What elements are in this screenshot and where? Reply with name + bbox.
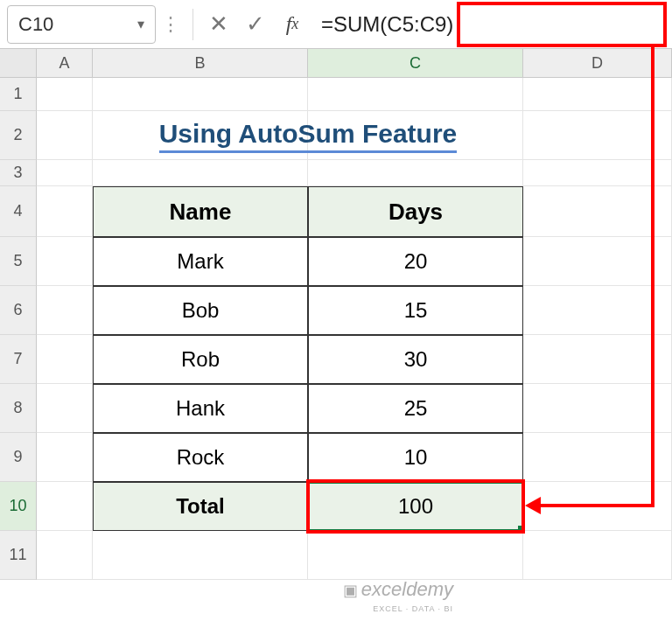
- td-name[interactable]: Hank: [93, 384, 308, 433]
- td-name[interactable]: Mark: [93, 237, 308, 286]
- td-name[interactable]: Bob: [93, 286, 308, 335]
- col-header-b[interactable]: B: [93, 49, 308, 77]
- td-name[interactable]: Rock: [93, 433, 308, 482]
- cell[interactable]: [523, 160, 672, 186]
- cell[interactable]: [523, 531, 672, 580]
- cell[interactable]: [37, 384, 93, 433]
- cell[interactable]: [523, 433, 672, 482]
- watermark: ▣ exceldemy EXCEL · DATA · BI: [343, 579, 453, 614]
- select-all-corner[interactable]: [0, 49, 37, 77]
- cell[interactable]: [523, 78, 672, 111]
- cell[interactable]: [523, 111, 672, 160]
- td-days[interactable]: 10: [308, 433, 523, 482]
- cell[interactable]: [93, 531, 308, 580]
- annotation-arrow-horizontal: [541, 504, 654, 507]
- td-days[interactable]: 20: [308, 237, 523, 286]
- col-header-a[interactable]: A: [37, 49, 93, 77]
- cancel-icon[interactable]: ✕: [200, 6, 237, 43]
- name-box[interactable]: C10 ▾: [7, 5, 156, 44]
- row-header-2[interactable]: 2: [0, 111, 37, 160]
- row-header-10[interactable]: 10: [0, 482, 37, 531]
- cell[interactable]: [523, 237, 672, 286]
- confirm-icon[interactable]: ✓: [237, 6, 274, 43]
- cell[interactable]: [523, 384, 672, 433]
- cell[interactable]: [308, 78, 523, 111]
- cell[interactable]: [37, 335, 93, 384]
- td-days[interactable]: 30: [308, 335, 523, 384]
- cell[interactable]: [93, 78, 308, 111]
- row-header-6[interactable]: 6: [0, 286, 37, 335]
- td-total-value[interactable]: 100: [308, 482, 523, 531]
- cell[interactable]: [523, 335, 672, 384]
- cell[interactable]: [37, 237, 93, 286]
- cell[interactable]: [37, 482, 93, 531]
- cell[interactable]: [37, 186, 93, 237]
- formula-input[interactable]: =SUM(C5:C9): [311, 6, 672, 43]
- cell[interactable]: [37, 111, 93, 160]
- annotation-arrow-vertical: [651, 47, 654, 506]
- row-header-8[interactable]: 8: [0, 384, 37, 433]
- td-total-label[interactable]: Total: [93, 482, 308, 531]
- row-header-5[interactable]: 5: [0, 237, 37, 286]
- formula-bar: C10 ▾ ⋮ ✕ ✓ fx =SUM(C5:C9): [0, 0, 672, 49]
- row-headers: 1 2 3 4 5 6 7 8 9 10 11: [0, 78, 37, 580]
- cell[interactable]: [37, 160, 93, 186]
- col-header-d[interactable]: D: [523, 49, 672, 77]
- fx-icon[interactable]: fx: [274, 6, 311, 43]
- col-header-c[interactable]: C: [308, 49, 523, 77]
- cell[interactable]: [37, 531, 93, 580]
- annotation-arrow-head: [525, 497, 541, 514]
- cell[interactable]: [93, 160, 308, 186]
- th-days[interactable]: Days: [308, 186, 523, 237]
- row-header-11[interactable]: 11: [0, 531, 37, 580]
- row-header-4[interactable]: 4: [0, 186, 37, 237]
- td-days[interactable]: 15: [308, 286, 523, 335]
- th-name[interactable]: Name: [93, 186, 308, 237]
- cell[interactable]: [308, 111, 523, 160]
- row-header-1[interactable]: 1: [0, 78, 37, 111]
- data-table: Name Days Mark 20 Bob 15 Rob 30 Hank 25 …: [93, 186, 523, 531]
- watermark-tagline: EXCEL · DATA · BI: [373, 604, 453, 613]
- row-header-3[interactable]: 3: [0, 160, 37, 186]
- watermark-brand: exceldemy: [361, 578, 453, 600]
- td-name[interactable]: Rob: [93, 335, 308, 384]
- cell[interactable]: [37, 286, 93, 335]
- cell[interactable]: [93, 111, 308, 160]
- cell[interactable]: [308, 531, 523, 580]
- chevron-down-icon[interactable]: ▾: [137, 16, 144, 32]
- cell[interactable]: [308, 160, 523, 186]
- row-header-9[interactable]: 9: [0, 433, 37, 482]
- cell[interactable]: [37, 433, 93, 482]
- expand-icon[interactable]: ⋮: [161, 13, 180, 36]
- name-box-value: C10: [18, 13, 53, 36]
- separator: [192, 9, 193, 40]
- formula-text: =SUM(C5:C9): [321, 12, 453, 37]
- cell[interactable]: [523, 286, 672, 335]
- td-days[interactable]: 25: [308, 384, 523, 433]
- cell[interactable]: [37, 78, 93, 111]
- cell[interactable]: [523, 186, 672, 237]
- column-headers: A B C D: [0, 49, 672, 78]
- row-header-7[interactable]: 7: [0, 335, 37, 384]
